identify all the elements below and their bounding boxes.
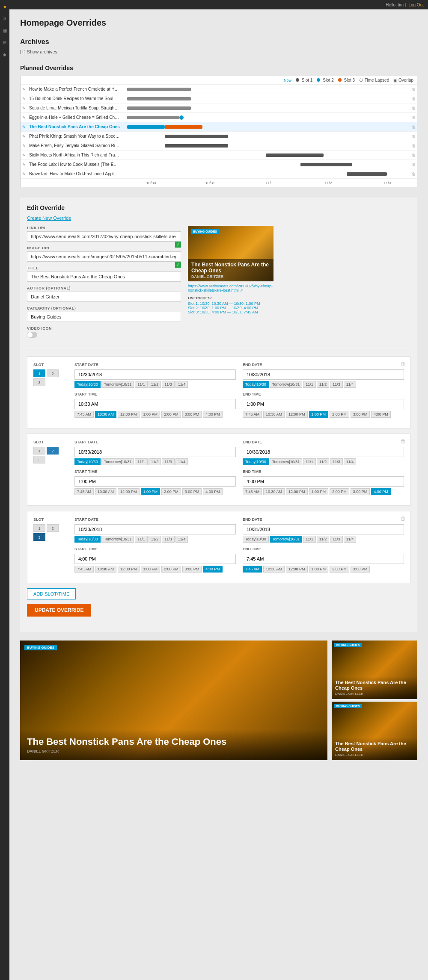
slot2-start-11-1[interactable]: 11/1 — [135, 458, 148, 465]
gantt-delete-icon[interactable]: 🗑 — [410, 106, 417, 110]
slot1-start-today[interactable]: Today|10/30 — [74, 381, 101, 388]
gantt-delete-icon[interactable]: 🗑 — [410, 153, 417, 157]
slot2-end-11-2[interactable]: 11/2 — [317, 458, 330, 465]
slot3-start-today[interactable]: Today|10/30 — [74, 536, 101, 543]
slot1-end-tomorrow[interactable]: Tomorrow|10/31 — [270, 381, 302, 388]
slot2-et-1[interactable]: 1:00 PM — [309, 488, 329, 495]
image-url-input[interactable] — [27, 251, 181, 262]
slot3-end-11-1[interactable]: 11/1 — [303, 536, 316, 543]
slot1-start-time-input[interactable] — [74, 399, 236, 409]
slot2-start-11-2[interactable]: 11/2 — [149, 458, 161, 465]
slot3-start-11-2[interactable]: 11/2 — [149, 536, 161, 543]
edit-icon-active[interactable]: ✎ — [21, 125, 27, 129]
edit-icon[interactable]: ✎ — [21, 153, 27, 157]
gantt-delete-icon[interactable]: 🗑 — [410, 172, 417, 176]
slot2-et-4[interactable]: 4:00 PM — [371, 488, 391, 495]
slot2-st-4[interactable]: 4:00 PM — [203, 488, 223, 495]
slot2-start-time-input[interactable] — [74, 476, 236, 487]
slot3-et-745[interactable]: 7:45 AM — [243, 566, 262, 573]
slot1-start-11-4[interactable]: 11/4 — [175, 381, 188, 388]
slot1-st-12[interactable]: 12:00 PM — [118, 411, 140, 418]
slot2-btn-1[interactable]: 1 — [33, 447, 45, 455]
slot3-start-time-input[interactable] — [74, 554, 236, 564]
slot2-end-today[interactable]: Today|10/30 — [243, 458, 269, 465]
slot1-st-745[interactable]: 7:45 AM — [74, 411, 94, 418]
slot3-st-4[interactable]: 4:00 PM — [203, 566, 223, 573]
slot1-end-11-3[interactable]: 11/3 — [330, 381, 343, 388]
slot2-end-time-input[interactable] — [243, 476, 404, 487]
create-override-link[interactable]: Create New Override — [27, 215, 410, 221]
slot1-et-1030[interactable]: 10:30 AM — [263, 411, 285, 418]
edit-icon[interactable]: ✎ — [21, 134, 27, 139]
gantt-row-active[interactable]: ✎ The Best Nonstick Pans Are the Cheap O… — [21, 122, 417, 132]
edit-icon[interactable]: ✎ — [21, 106, 27, 110]
slot3-btn-2[interactable]: 2 — [47, 524, 59, 532]
slot1-end-11-4[interactable]: 11/4 — [344, 381, 357, 388]
slot3-end-11-4[interactable]: 11/4 — [344, 536, 357, 543]
slot3-end-today[interactable]: Today|10/30 — [243, 536, 269, 543]
slot1-st-2[interactable]: 2:00 PM — [161, 411, 181, 418]
gantt-delete-icon[interactable]: 🗑 — [410, 97, 417, 101]
slot2-start-tomorrow[interactable]: Tomorrow|10/31 — [101, 458, 134, 465]
gantt-delete-icon[interactable]: 🗑 — [410, 115, 417, 120]
sidebar-icon-grid[interactable]: ⊞ — [2, 39, 8, 45]
slot3-st-1030[interactable]: 10:30 AM — [95, 566, 116, 573]
slot1-end-11-2[interactable]: 11/2 — [317, 381, 330, 388]
gantt-delete-icon[interactable]: 🗑 — [410, 134, 417, 139]
author-input[interactable] — [27, 292, 181, 302]
slot3-st-12[interactable]: 12:00 PM — [118, 566, 140, 573]
slot3-st-3[interactable]: 3:00 PM — [182, 566, 202, 573]
edit-icon[interactable]: ✎ — [21, 162, 27, 167]
slot3-delete-icon[interactable]: 🗑 — [401, 516, 406, 522]
slot3-end-time-input[interactable] — [243, 554, 404, 564]
slot2-end-11-1[interactable]: 11/1 — [303, 458, 316, 465]
slot3-end-date-input[interactable] — [243, 524, 404, 534]
slot3-end-11-2[interactable]: 11/2 — [317, 536, 330, 543]
slot1-et-4[interactable]: 4:00 PM — [371, 411, 391, 418]
slot1-end-11-1[interactable]: 11/1 — [303, 381, 316, 388]
slot2-st-745[interactable]: 7:45 AM — [74, 488, 94, 495]
slot1-start-tomorrow[interactable]: Tomorrow|10/31 — [101, 381, 134, 388]
link-url-input[interactable] — [27, 231, 181, 242]
slot1-et-2[interactable]: 2:00 PM — [330, 411, 349, 418]
slot1-st-3[interactable]: 3:00 PM — [182, 411, 202, 418]
logout-link[interactable]: Log Out — [408, 3, 424, 7]
add-slot-button[interactable]: ADD SLOT/TIME — [27, 588, 76, 599]
gantt-delete-icon[interactable]: 🗑 — [410, 144, 417, 148]
sidebar-icon-pin[interactable]: ◆ — [2, 51, 8, 57]
slot3-et-1[interactable]: 1:00 PM — [309, 566, 329, 573]
slot1-delete-icon[interactable]: 🗑 — [401, 361, 406, 367]
slot3-et-12[interactable]: 12:00 PM — [286, 566, 308, 573]
slot2-end-11-3[interactable]: 11/3 — [330, 458, 343, 465]
slot3-start-11-4[interactable]: 11/4 — [175, 536, 188, 543]
slot1-start-11-3[interactable]: 11/3 — [162, 381, 175, 388]
slot1-start-11-2[interactable]: 11/2 — [149, 381, 161, 388]
slot2-st-1030[interactable]: 10:30 AM — [95, 488, 116, 495]
slot2-btn-2[interactable]: 2 — [47, 447, 59, 455]
slot2-start-today[interactable]: Today|10/30 — [74, 458, 101, 465]
slot2-end-date-input[interactable] — [243, 447, 404, 457]
slot1-btn-2[interactable]: 2 — [47, 369, 59, 377]
edit-icon[interactable]: ✎ — [21, 144, 27, 148]
slot3-start-tomorrow[interactable]: Tomorrow|10/31 — [101, 536, 134, 543]
slot1-btn-3[interactable]: 3 — [33, 378, 45, 386]
slot2-btn-3[interactable]: 3 — [33, 456, 45, 463]
slot3-btn-3[interactable]: 3 — [33, 533, 45, 541]
slot1-st-4[interactable]: 4:00 PM — [203, 411, 223, 418]
slot2-start-date-input[interactable] — [74, 447, 236, 457]
slot2-et-745[interactable]: 7:45 AM — [243, 488, 262, 495]
gantt-delete-icon[interactable]: 🗑 — [410, 87, 417, 92]
slot3-start-date-input[interactable] — [74, 524, 236, 534]
slot2-et-3[interactable]: 3:00 PM — [351, 488, 370, 495]
update-override-button[interactable]: UPDATE OVERRIDE — [27, 604, 91, 617]
slot2-start-11-3[interactable]: 11/3 — [162, 458, 175, 465]
slot2-et-2[interactable]: 2:00 PM — [330, 488, 349, 495]
slot3-end-11-3[interactable]: 11/3 — [330, 536, 343, 543]
slot3-et-3[interactable]: 3:00 PM — [351, 566, 370, 573]
slot2-et-12[interactable]: 12:00 PM — [286, 488, 308, 495]
slot1-start-11-1[interactable]: 11/1 — [135, 381, 148, 388]
gantt-delete-icon[interactable]: 🗑 — [410, 125, 417, 129]
slot1-et-12[interactable]: 12:00 PM — [286, 411, 308, 418]
edit-icon[interactable]: ✎ — [21, 115, 27, 120]
edit-icon[interactable]: ✎ — [21, 172, 27, 176]
